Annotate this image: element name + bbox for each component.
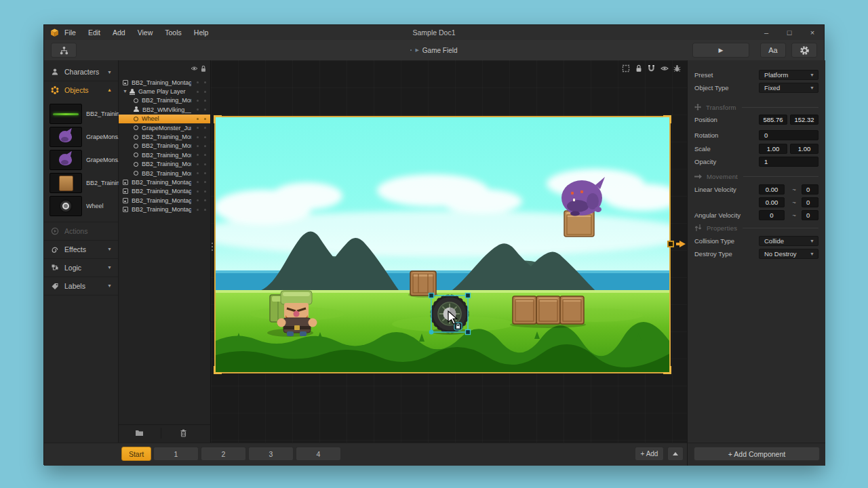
position-x-input[interactable]: 585.76 — [759, 115, 787, 125]
asset-item[interactable]: Wheel — [44, 195, 119, 218]
layer-toggle-dots[interactable] — [191, 181, 210, 183]
layer-label: BB2_Training_Monta... — [142, 134, 191, 140]
scene-edge-handle[interactable] — [667, 241, 674, 247]
layer-toggle-dots[interactable] — [191, 163, 210, 165]
layer-row[interactable]: ▼ Wheel — [119, 115, 210, 123]
maximize-button[interactable]: □ — [778, 25, 801, 40]
layer-row[interactable]: ▼ BB2_Training_Monta... — [119, 142, 210, 150]
layer-row[interactable]: ▼ BB2_Training_Monta... — [119, 150, 210, 159]
close-button[interactable]: × — [801, 25, 824, 40]
scene-corner-handle[interactable] — [214, 115, 222, 123]
menu-item[interactable]: File — [64, 28, 76, 37]
visibility-eye-icon[interactable] — [660, 64, 669, 73]
layer-toggle-dots[interactable] — [191, 145, 210, 147]
menu-item[interactable]: Add — [113, 28, 125, 37]
scene-corner-handle[interactable] — [214, 366, 222, 374]
lock-icon[interactable] — [634, 64, 643, 73]
layer-row[interactable]: ▼ BB2_Training_Montage... — [119, 178, 210, 186]
menu-item[interactable]: Edit — [88, 28, 100, 37]
destroy-type-dropdown[interactable]: No Destroy ▼ — [759, 249, 818, 259]
sidebar-section-characters[interactable]: Characters ▼ — [44, 63, 118, 81]
menu-item[interactable]: Help — [194, 28, 209, 37]
angular-velocity-max-input[interactable]: 0 — [802, 210, 818, 220]
layer-row[interactable]: ▼ BB2_Training_Montage... — [119, 196, 210, 205]
layer-row[interactable]: ▼ BB2_Training_Monta... — [119, 169, 210, 178]
layer-row[interactable]: ▼ BB2_Training_Montage... — [119, 187, 210, 196]
debug-bug-icon[interactable] — [673, 64, 682, 73]
preset-dropdown[interactable]: Platform ▼ — [759, 70, 818, 80]
add-scene-button[interactable]: + Add — [635, 447, 664, 461]
layer-toggle-dots[interactable] — [191, 136, 210, 138]
scene-tab[interactable]: 3 — [248, 447, 294, 461]
asset-item[interactable]: BB2_Trainin... — [44, 102, 119, 125]
layer-toggle-dots[interactable] — [191, 209, 210, 211]
chevron-down-icon: ▼ — [107, 247, 112, 251]
layer-toggle-dots[interactable] — [191, 190, 210, 192]
linear-velocity-y-input[interactable]: 0.00 — [759, 197, 785, 207]
layer-row[interactable]: ▼ BB2_Training_Montage... — [119, 78, 210, 87]
scene-corner-handle[interactable] — [663, 366, 671, 374]
layer-toggle-dots[interactable] — [191, 154, 210, 156]
add-component-button[interactable]: + Add Component — [694, 447, 820, 461]
scene-corner-handle[interactable] — [663, 115, 671, 123]
opacity-input[interactable]: 1 — [759, 157, 818, 167]
layer-row[interactable]: ▼ GrapeMonster_Jum... — [119, 123, 210, 132]
layer-toggle-dots[interactable] — [191, 100, 210, 102]
position-y-input[interactable]: 152.32 — [790, 115, 818, 125]
expand-scenes-button[interactable] — [667, 447, 684, 461]
linear-velocity-x-input[interactable]: 0.00 — [759, 184, 785, 195]
sidebar-section-effects[interactable]: Effects ▼ — [44, 240, 118, 258]
editor-canvas[interactable] — [211, 60, 687, 443]
layer-toggle-dots[interactable] — [191, 127, 210, 129]
panel-resize-handle[interactable] — [212, 241, 213, 253]
linear-velocity-y-max-input[interactable]: 0 — [802, 197, 818, 207]
scene-extend-arrow-icon[interactable] — [679, 241, 686, 247]
lock-icon[interactable] — [200, 65, 207, 73]
asset-item[interactable]: GrapeMons... — [44, 148, 119, 171]
scene-tab[interactable]: 1 — [153, 447, 199, 461]
settings-button[interactable] — [791, 43, 817, 58]
layer-row[interactable]: ▼ BB2_Training_Monta... — [119, 96, 210, 105]
expand-chevron-icon[interactable]: ▼ — [123, 88, 130, 95]
trash-icon[interactable] — [180, 429, 187, 437]
selection-frame-icon[interactable] — [621, 64, 630, 73]
scene-tab[interactable]: Start — [121, 447, 151, 461]
sidebar-section-actions[interactable]: Actions — [44, 222, 118, 239]
sidebar-section-labels[interactable]: Labels ▼ — [44, 277, 118, 294]
menu-item[interactable]: Tools — [165, 28, 182, 37]
folder-icon[interactable] — [135, 429, 144, 436]
layer-row[interactable]: ▼ BB2_Training_Monta... — [119, 160, 210, 169]
sidebar-section-logic[interactable]: Logic ▼ — [44, 258, 118, 276]
layer-toggle-dots[interactable] — [191, 118, 210, 120]
collision-type-dropdown[interactable]: Collide ▼ — [759, 236, 818, 246]
layer-row[interactable]: ▼ BB2_Training_Monta... — [119, 132, 210, 141]
sidebar-section-objects[interactable]: Objects ▲ — [44, 81, 118, 98]
scene-tab[interactable]: 2 — [201, 447, 246, 461]
angular-velocity-input[interactable]: 0 — [759, 210, 785, 220]
play-button[interactable]: ▶ — [692, 43, 749, 58]
linear-velocity-x-max-input[interactable]: 0 — [802, 184, 818, 195]
asset-item[interactable]: BB2_Trainin... — [44, 171, 119, 195]
layer-toggle-dots[interactable] — [191, 91, 210, 93]
visibility-eye-icon[interactable] — [191, 65, 198, 72]
object-type-dropdown[interactable]: Fixed ▼ — [759, 83, 818, 93]
magnet-snap-icon[interactable] — [647, 64, 656, 73]
layer-row[interactable]: ▼ BB2_Training_Montage... — [119, 205, 210, 214]
layer-row[interactable]: ▼ BB2_WMViking__00... — [119, 105, 210, 114]
layer-toggle-dots[interactable] — [191, 199, 210, 201]
scale-y-input[interactable]: 1.00 — [790, 144, 818, 154]
crate-row[interactable] — [510, 296, 586, 328]
rotation-input[interactable]: 0 — [759, 130, 818, 140]
game-scene-art — [216, 117, 669, 372]
game-scene[interactable] — [214, 116, 671, 373]
layer-row[interactable]: ▼ Game Play Layer — [119, 87, 210, 96]
scale-x-input[interactable]: 1.00 — [759, 144, 787, 154]
scene-tab[interactable]: 4 — [296, 447, 341, 461]
font-settings-button[interactable]: Aa — [760, 43, 786, 58]
asset-item[interactable]: GrapeMons... — [44, 125, 119, 148]
layer-toggle-dots[interactable] — [191, 108, 210, 110]
minimize-button[interactable]: – — [755, 25, 778, 40]
layer-toggle-dots[interactable] — [191, 172, 210, 174]
menu-item[interactable]: View — [138, 28, 153, 37]
layer-toggle-dots[interactable] — [191, 81, 210, 83]
